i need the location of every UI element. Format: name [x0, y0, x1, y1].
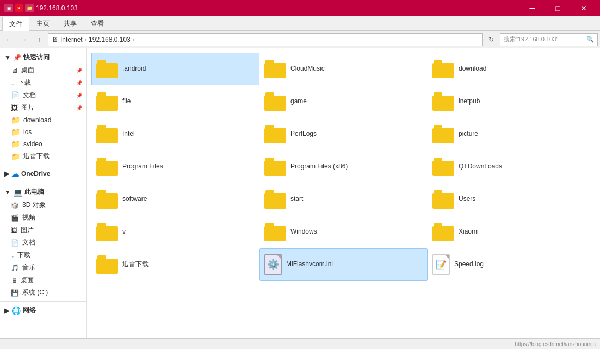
music-label: 音乐: [22, 263, 35, 272]
sidebar-item-desktop2[interactable]: 🖥 桌面: [0, 274, 86, 286]
title-bar-left: ▣ ✕ 📁 192.168.0.103: [4, 4, 78, 12]
sidebar-item-docs[interactable]: 📄 文档 📌: [0, 89, 86, 102]
file-item[interactable]: Xiaomi: [428, 216, 596, 248]
folder-icon: [264, 158, 286, 176]
sidebar-item-desktop[interactable]: 🖥 桌面 📌: [0, 64, 86, 77]
chevron-network: ▶: [4, 307, 9, 315]
sidebar-item-video[interactable]: 🎬 视频: [0, 211, 86, 224]
file-item[interactable]: 📝 Speed.log: [428, 248, 596, 281]
forward-button[interactable]: →: [17, 33, 30, 46]
file-item[interactable]: ⚙️ MiFlashvcom.ini: [259, 248, 428, 281]
file-label: QTDownLoads: [459, 162, 502, 171]
chevron-icon-1: ›: [85, 36, 86, 42]
file-item[interactable]: Intel: [91, 118, 259, 150]
app-icon-1: ▣: [4, 4, 13, 12]
file-item[interactable]: game: [259, 85, 428, 118]
tab-home[interactable]: 主页: [29, 16, 57, 30]
folder-icon: [264, 223, 286, 241]
sidebar-item-thunder[interactable]: 📁 迅雷下载: [0, 150, 86, 162]
ribbon-tabs: 文件 主页 共享 查看: [0, 16, 600, 30]
sidebar-item-drive-c[interactable]: 💾 系统 (C:): [0, 286, 86, 299]
file-label: .android: [122, 65, 146, 73]
file-item[interactable]: Users: [428, 183, 596, 216]
file-item[interactable]: PerfLogs: [259, 118, 428, 150]
tab-share[interactable]: 共享: [57, 16, 84, 30]
maximize-button[interactable]: □: [546, 0, 570, 16]
file-item[interactable]: 迅雷下载: [91, 248, 259, 281]
file-item[interactable]: v: [91, 216, 259, 248]
folder-icon: [432, 158, 454, 176]
sidebar-item-ios[interactable]: 📁 ios: [0, 126, 86, 138]
close-button[interactable]: ✕: [571, 0, 596, 16]
chevron-icon-2: ›: [133, 36, 134, 42]
sidebar-section-onedrive[interactable]: ▶ ☁ OneDrive: [0, 167, 86, 180]
docs-icon: 📄: [11, 91, 20, 99]
file-item[interactable]: inetpub: [428, 85, 596, 118]
file-item[interactable]: download: [428, 53, 596, 85]
sidebar-item-download-folder[interactable]: 📁 download: [0, 114, 86, 126]
file-item[interactable]: Windows: [259, 216, 428, 248]
folder-icon: [432, 125, 454, 143]
sidebar-item-doc[interactable]: 📄 文档: [0, 236, 86, 249]
sidebar-item-download[interactable]: ↓ 下载 📌: [0, 77, 86, 89]
3d-label: 3D 对象: [22, 200, 46, 210]
sidebar-item-svideo[interactable]: 📁 svideo: [0, 138, 86, 150]
folder-icon: [96, 92, 118, 111]
file-item[interactable]: CloudMusic: [259, 53, 428, 85]
sidebar-item-pic[interactable]: 🖼 图片: [0, 224, 86, 236]
network-label: 网络: [23, 306, 36, 315]
main-layout: ▼ 📌 快速访问 🖥 桌面 📌 ↓ 下载 📌 📄 文档 📌 🖼 图片 📌 📁 d…: [0, 48, 600, 338]
file-item[interactable]: start: [259, 183, 428, 216]
file-label: Program Files (x86): [290, 162, 348, 171]
file-label: Xiaomi: [459, 228, 479, 236]
folder-icon: [96, 125, 118, 143]
folder-icon: [96, 158, 118, 176]
file-item[interactable]: picture: [428, 118, 596, 150]
search-box[interactable]: 搜索"192.168.0.103" 🔍: [500, 33, 598, 46]
file-label: Users: [459, 195, 475, 204]
sidebar-divider-2: [0, 183, 86, 183]
address-path[interactable]: 🖥 Internet › 192.168.0.103 ›: [48, 33, 483, 46]
sidebar-item-music[interactable]: 🎵 音乐: [0, 261, 86, 274]
file-label: download: [459, 65, 486, 73]
file-item[interactable]: Program Files (x86): [259, 150, 428, 183]
tab-view[interactable]: 查看: [84, 16, 111, 30]
file-label: MiFlashvcom.ini: [286, 260, 333, 269]
file-item[interactable]: software: [91, 183, 259, 216]
doc-label: 文档: [22, 238, 35, 247]
file-label: 迅雷下载: [122, 260, 149, 269]
address-bar: ← → ↑ 🖥 Internet › 192.168.0.103 › ↻ 搜索"…: [0, 31, 600, 48]
docs-label: 文档: [23, 91, 36, 100]
sidebar: ▼ 📌 快速访问 🖥 桌面 📌 ↓ 下载 📌 📄 文档 📌 🖼 图片 📌 📁 d…: [0, 48, 87, 338]
sidebar-section-thispc[interactable]: ▼ 💻 此电脑: [0, 185, 86, 199]
dl-icon: ↓: [11, 252, 14, 259]
folder-ios-label: ios: [23, 128, 32, 136]
file-item[interactable]: .android: [91, 53, 259, 85]
path-icon: 🖥: [52, 36, 58, 43]
file-label: Windows: [290, 228, 317, 236]
sidebar-item-pictures[interactable]: 🖼 图片 📌: [0, 102, 86, 114]
folder-icon: [432, 223, 454, 241]
sidebar-item-dl[interactable]: ↓ 下载: [0, 249, 86, 261]
file-item[interactable]: QTDownLoads: [428, 150, 596, 183]
file-label: file: [122, 97, 131, 106]
sidebar-section-network[interactable]: ▶ 🌐 网络: [0, 304, 86, 317]
thispc-label: 此电脑: [24, 187, 44, 197]
file-label: inetpub: [459, 97, 480, 106]
window-title: 192.168.0.103: [36, 4, 78, 12]
minimize-button[interactable]: ─: [520, 0, 545, 16]
folder-icon: [96, 223, 118, 241]
folder-ios-icon: 📁: [11, 128, 20, 136]
up-button[interactable]: ↑: [33, 33, 46, 46]
back-button[interactable]: ←: [2, 33, 15, 46]
network-icon: 🌐: [11, 306, 21, 315]
file-item[interactable]: file: [91, 85, 259, 118]
tab-file[interactable]: 文件: [2, 17, 29, 31]
sidebar-item-3d[interactable]: 🎲 3D 对象: [0, 199, 86, 211]
file-item[interactable]: Program Files: [91, 150, 259, 183]
sidebar-section-quick-access[interactable]: ▼ 📌 快速访问: [0, 51, 86, 64]
pictures-icon: 🖼: [11, 104, 18, 112]
refresh-button[interactable]: ↻: [485, 33, 498, 46]
file-label: PerfLogs: [290, 130, 317, 139]
pic-icon: 🖼: [11, 227, 17, 234]
